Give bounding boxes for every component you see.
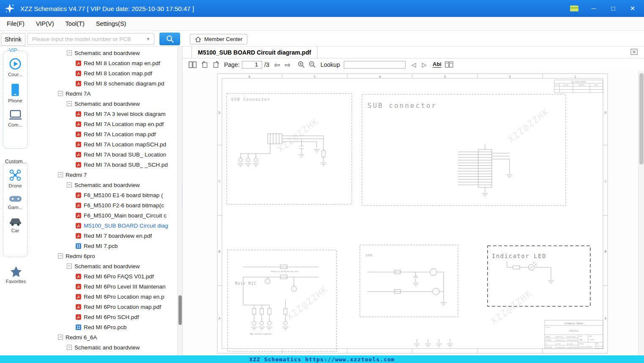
viewer-scrollbar[interactable] bbox=[638, 71, 644, 355]
tree-item[interactable]: F6_M5100_Main board_Circuit c bbox=[32, 210, 177, 220]
sidebar-item-computer[interactable]: Com... bbox=[3, 110, 27, 127]
tree-item[interactable]: −Schematic and boardview bbox=[32, 180, 177, 190]
tree-item[interactable]: Red MI 7A Location mapSCH.pd bbox=[32, 139, 177, 149]
tree-item[interactable]: Red MI 6Pro SCH.pdf bbox=[32, 312, 177, 322]
tree-item-label: Schematic and boardview bbox=[74, 263, 140, 270]
svg-text:LTR: LTR bbox=[556, 84, 558, 86]
spk-circuit bbox=[367, 269, 447, 305]
sub-block-label: SUB connector bbox=[367, 102, 437, 110]
pdf-icon bbox=[76, 132, 81, 137]
tree-item[interactable]: Red MI 7A borad SUB_ Location bbox=[32, 149, 177, 160]
collapse-icon[interactable]: − bbox=[58, 253, 63, 258]
tree-item[interactable]: Red MI 6Pro FAQS V01.pdf bbox=[32, 271, 177, 281]
viewer-scrollbar-thumb[interactable] bbox=[639, 73, 644, 165]
tree-item-label: Red MI 7A borad SUB_ _SCH.pd bbox=[84, 162, 168, 168]
svg-text:5: 5 bbox=[314, 75, 316, 79]
search-input[interactable] bbox=[31, 36, 146, 43]
previous-view-icon[interactable]: ⇦ bbox=[274, 58, 280, 71]
tree-item[interactable]: Red MI 7 boardview en.pdf bbox=[32, 231, 177, 241]
sidebar-item-courses[interactable]: Cour... bbox=[3, 58, 27, 77]
pdf-viewer[interactable]: 6 5 4 3 2 1 D C B A D C B A REVISIO bbox=[183, 71, 644, 355]
svg-text:6: 6 bbox=[249, 75, 251, 79]
collapse-icon[interactable]: − bbox=[67, 182, 72, 187]
tree-item[interactable]: Red MI 8 Location map.pdf bbox=[32, 68, 177, 78]
tree-item[interactable]: M5100_SUB BOARD Circuit diag bbox=[32, 220, 177, 231]
tree-item[interactable]: Red MI 7.pcb bbox=[32, 241, 177, 251]
tree-item[interactable]: Red MI 7A Location map.pdf bbox=[32, 129, 177, 139]
two-page-view-icon[interactable] bbox=[189, 58, 197, 71]
vip-card-icon[interactable] bbox=[570, 5, 579, 12]
pdf-icon bbox=[76, 162, 81, 168]
tree-item[interactable]: −Schematic and boardview bbox=[32, 342, 177, 352]
pdf-icon bbox=[76, 152, 81, 157]
tree-item[interactable]: Red MI 6Pro Location map.pdf bbox=[32, 302, 177, 312]
watermark: XZZ@ZZHK XZZ@ZZHK XZZ@ZZHK XZZ@ZZHK bbox=[275, 106, 551, 327]
rotate-left-icon[interactable] bbox=[201, 58, 208, 71]
tree-item[interactable]: Red MI 6Pro.pcb bbox=[32, 322, 177, 332]
page-number-input[interactable] bbox=[242, 61, 262, 69]
collapse-icon[interactable]: − bbox=[67, 264, 72, 269]
tree-item[interactable]: Red MI 6Pro Level III Maintenan bbox=[32, 281, 177, 292]
collapse-icon[interactable]: − bbox=[58, 335, 63, 340]
menu-settings[interactable]: Settings(S) bbox=[96, 20, 126, 27]
collapse-icon[interactable]: − bbox=[58, 91, 63, 96]
title-bar: XZZ Schematics V4.77 [ VIP Due date: 202… bbox=[0, 0, 644, 17]
collapse-icon[interactable]: − bbox=[67, 50, 72, 55]
menu-tool[interactable]: Tool(T) bbox=[66, 20, 85, 27]
tree-item-label: Red MI 8 schematic diagram.pd bbox=[84, 80, 164, 87]
svg-text:B: B bbox=[219, 250, 221, 253]
zoom-out-icon[interactable] bbox=[309, 58, 316, 71]
sidebar-item-car[interactable]: Car bbox=[3, 216, 27, 233]
menu-vip[interactable]: VIP(V) bbox=[36, 20, 54, 27]
sidebar-item-phone[interactable]: Phone bbox=[3, 83, 27, 103]
tree-item[interactable]: Red MI 7A Location map en.pdf bbox=[32, 119, 177, 129]
pdf-icon bbox=[76, 203, 81, 208]
svg-text:D: D bbox=[219, 111, 221, 115]
member-center-button[interactable]: Member Center bbox=[190, 34, 247, 44]
collapse-icon[interactable]: − bbox=[67, 101, 72, 106]
sidebar-item-games[interactable]: Gam... bbox=[3, 195, 27, 210]
collapse-icon[interactable]: − bbox=[67, 345, 72, 350]
tree-item[interactable]: Red MI 6Pro Location map en.p bbox=[32, 292, 177, 302]
tree-item[interactable]: Red MI 7A 3 level block diagram bbox=[32, 109, 177, 119]
tree-item[interactable]: F6_M5100 E1-6 board bitmap ( bbox=[32, 190, 177, 200]
chevron-down-icon[interactable]: ▼ bbox=[146, 36, 151, 41]
facing-pages-icon[interactable] bbox=[445, 58, 453, 71]
tree-item[interactable]: −Redmi 7 bbox=[32, 170, 177, 180]
tree-item[interactable]: Red MI 7A borad SUB_ _SCH.pd bbox=[32, 160, 177, 170]
ground-symbols bbox=[414, 339, 453, 347]
zoom-in-icon[interactable] bbox=[298, 58, 305, 71]
collapse-icon[interactable]: − bbox=[58, 172, 63, 177]
match-case-toggle[interactable]: Abi bbox=[433, 61, 441, 68]
svg-text:<Revision>: <Revision> bbox=[596, 345, 604, 347]
find-previous-icon[interactable]: ◁ bbox=[411, 58, 416, 71]
usb-block-label: USB Connector bbox=[231, 97, 271, 102]
tree-item[interactable]: Red MI 8 schematic diagram.pd bbox=[32, 78, 177, 88]
find-next-icon[interactable]: ▷ bbox=[422, 58, 427, 71]
minimize-button[interactable]: ─ bbox=[589, 4, 598, 13]
sidebar-item-favorites[interactable]: Favorites bbox=[0, 266, 32, 284]
tree-item[interactable]: Red MI 8 Location map en.pdf bbox=[32, 58, 177, 68]
tree-item[interactable]: −Redmi 7A bbox=[32, 88, 177, 99]
sidebar-item-drone[interactable]: Drone bbox=[3, 169, 27, 188]
document-tab[interactable]: M5100_SUB BOARD Circuit diagram.pdf bbox=[192, 47, 318, 58]
close-document-icon[interactable] bbox=[630, 49, 638, 57]
lookup-input[interactable] bbox=[344, 61, 406, 69]
menu-file[interactable]: File(F) bbox=[7, 20, 25, 27]
shrink-button[interactable]: Shrink bbox=[1, 33, 25, 46]
search-button[interactable] bbox=[159, 33, 180, 45]
tree-item[interactable]: −Schematic and boardview bbox=[32, 261, 177, 271]
tree-item[interactable]: −Redmi 6pro bbox=[32, 251, 177, 261]
maximize-button[interactable]: □ bbox=[608, 4, 618, 13]
header-band: Shrink ▼ Member Center bbox=[0, 31, 644, 47]
close-button[interactable]: ✕ bbox=[628, 4, 637, 13]
category-sidebar: -VIP- Cour... Phone Com... Custom... bbox=[0, 47, 32, 355]
tree-item[interactable]: −Redmi 6_6A bbox=[32, 332, 177, 342]
tree-item[interactable]: F6_M5100 F2-6 board bitmap(c bbox=[32, 200, 177, 210]
rotate-right-icon[interactable] bbox=[213, 58, 219, 71]
next-view-icon[interactable]: ⇨ bbox=[285, 58, 290, 71]
svg-text:1: 1 bbox=[574, 75, 576, 79]
tree-item[interactable]: −Schematic and boardview bbox=[32, 48, 177, 58]
tree-scrollbar-thumb[interactable] bbox=[178, 295, 182, 325]
tree-item[interactable]: −Schematic and boardview bbox=[32, 99, 177, 109]
